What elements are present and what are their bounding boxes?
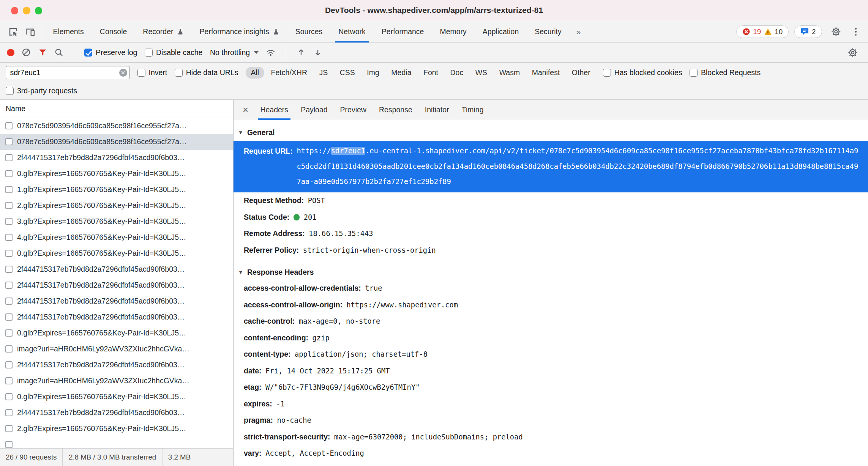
settings-button[interactable]: [828, 24, 845, 40]
issues-badge[interactable]: 2: [794, 25, 822, 38]
filter-input[interactable]: [6, 66, 130, 79]
header-value: Accept, Accept-Encoding: [265, 445, 364, 462]
detail-tabbar: × Headers Payload Preview: [234, 100, 868, 120]
export-har-button[interactable]: [313, 48, 322, 57]
checkbox-unchecked-icon: [6, 87, 14, 95]
header-name: Referrer Policy:: [244, 242, 299, 259]
resource-type-pill[interactable]: Img: [362, 67, 385, 79]
inspect-element-button[interactable]: [5, 24, 22, 40]
filter-toggle-button[interactable]: [38, 48, 47, 57]
request-row[interactable]: 2f444715317eb7b9d8d2a7296dfbf45acd90f6b0…: [0, 357, 233, 373]
header-value: max-age=63072000; includeSubDomains; pre…: [334, 429, 523, 446]
request-row[interactable]: 2f444715317eb7b9d8d2a7296dfbf45acd90f6b0…: [0, 150, 233, 166]
request-row[interactable]: 0.glb?Expires=1665760765&Key-Pair-Id=K30…: [0, 166, 233, 182]
request-name: 2f444715317eb7b9d8d2a7296dfbf45acd90f6b0…: [17, 361, 185, 369]
close-details-button[interactable]: ×: [237, 104, 254, 115]
titlebar: DevTools - www.shapediver.com/app/m/arrs…: [0, 0, 868, 21]
resource-type-pill[interactable]: CSS: [335, 67, 360, 79]
request-row[interactable]: 2.glb?Expires=1665760765&Key-Pair-Id=K30…: [0, 421, 233, 437]
header-row: content-type: application/json; charset=…: [234, 346, 868, 363]
header-name: access-control-allow-origin:: [244, 297, 342, 313]
devtools-tab[interactable]: Recorder: [135, 21, 191, 43]
request-url-row[interactable]: Request URL: https://sdr7euc1.eu-central…: [234, 141, 868, 193]
resource-type-pill[interactable]: Media: [386, 67, 417, 79]
preserve-log-checkbox[interactable]: Preserve log: [84, 48, 137, 57]
network-conditions-button[interactable]: [266, 48, 276, 57]
errors-warnings-badge[interactable]: 19 10: [736, 25, 789, 38]
general-section-header[interactable]: ▼ General: [234, 125, 868, 141]
header-row: vary: Accept, Accept-Encoding: [234, 445, 868, 462]
detail-tab[interactable]: Response: [372, 100, 418, 120]
hide-data-urls-checkbox[interactable]: Hide data URLs: [175, 68, 238, 77]
network-settings-button[interactable]: [844, 44, 861, 60]
resource-type-pill[interactable]: JS: [314, 67, 333, 79]
devtools-tab[interactable]: Security: [527, 21, 569, 43]
resource-type-pill[interactable]: Other: [567, 67, 595, 79]
detail-tab[interactable]: Payload: [295, 100, 334, 120]
detail-tab[interactable]: Preview: [334, 100, 372, 120]
request-row[interactable]: 0.glb?Expires=1665760765&Key-Pair-Id=K30…: [0, 389, 233, 405]
devtools-tab[interactable]: Console: [92, 21, 135, 43]
third-party-checkbox[interactable]: 3rd-party requests: [6, 87, 77, 95]
request-row[interactable]: 0.glb?Expires=1665760765&Key-Pair-Id=K30…: [0, 325, 233, 341]
checkbox-unchecked-icon: [145, 49, 153, 57]
header-value: W/"6b7c-7Fl3N9qG9/j4g6XOcwB2y6TMInY": [265, 379, 420, 396]
invert-checkbox[interactable]: Invert: [137, 68, 167, 77]
devtools-tab[interactable]: Network: [330, 21, 374, 43]
clear-button[interactable]: [22, 48, 31, 57]
resource-type-pill[interactable]: Wasm: [494, 67, 525, 79]
minimize-window-button[interactable]: [23, 7, 30, 14]
request-row[interactable]: image?url=aHR0cHM6Ly92aWV3ZXIuc2hhcGVka…: [0, 373, 233, 389]
record-button[interactable]: [7, 49, 14, 57]
search-button[interactable]: [54, 48, 63, 57]
detail-tab[interactable]: Timing: [455, 100, 490, 120]
request-row[interactable]: 2f444715317eb7b9d8d2a7296dfbf45acd90f6b0…: [0, 293, 233, 309]
devtools-tab[interactable]: Performance: [374, 21, 432, 43]
devtools-tab[interactable]: Sources: [287, 21, 331, 43]
header-row: Status Code: 201: [234, 209, 868, 226]
zoom-window-button[interactable]: [35, 7, 43, 14]
close-window-button[interactable]: [11, 7, 19, 14]
request-row[interactable]: 2.glb?Expires=1665760765&Key-Pair-Id=K30…: [0, 198, 233, 214]
request-list-panel: Name 078e7c5d903954d6c609ca85ce98f16ce95…: [0, 100, 234, 466]
file-icon: [5, 250, 13, 257]
request-row[interactable]: 2f444715317eb7b9d8d2a7296dfbf45acd90f6b0…: [0, 261, 233, 277]
resource-type-pill[interactable]: WS: [470, 67, 492, 79]
detail-tab[interactable]: Initiator: [418, 100, 455, 120]
resource-type-pill[interactable]: Manifest: [527, 67, 565, 79]
request-row[interactable]: 3.glb?Expires=1665760765&Key-Pair-Id=K30…: [0, 214, 233, 230]
request-row[interactable]: image?url=aHR0cHM6Ly92aWV3ZXIuc2hhcGVka…: [0, 341, 233, 357]
divider: [42, 27, 43, 37]
resource-type-pill[interactable]: Font: [418, 67, 443, 79]
resource-type-pill[interactable]: All: [246, 67, 264, 79]
devtools-tab[interactable]: Elements: [45, 21, 92, 43]
detail-tab[interactable]: Headers: [254, 100, 295, 120]
tab-label: Console: [100, 27, 127, 36]
throttling-select[interactable]: No throttling: [210, 48, 259, 57]
disable-cache-checkbox[interactable]: Disable cache: [145, 48, 202, 57]
request-row[interactable]: 0.glb?Expires=1665760765&Key-Pair-Id=K30…: [0, 246, 233, 261]
file-icon: [5, 329, 13, 337]
request-row[interactable]: 2f444715317eb7b9d8d2a7296dfbf45acd90f6b0…: [0, 277, 233, 293]
name-column-header[interactable]: Name: [0, 100, 233, 118]
clear-filter-icon[interactable]: ✕: [119, 69, 127, 77]
devtools-tab[interactable]: Performance insights: [192, 21, 287, 43]
resource-type-pill[interactable]: Doc: [445, 67, 469, 79]
import-har-button[interactable]: [297, 48, 306, 57]
more-tabs-button[interactable]: »: [570, 27, 588, 36]
has-blocked-cookies-checkbox[interactable]: Has blocked cookies: [603, 68, 682, 77]
request-row[interactable]: 2f444715317eb7b9d8d2a7296dfbf45acd90f6b0…: [0, 405, 233, 421]
devtools-tab[interactable]: Memory: [432, 21, 474, 43]
device-toolbar-button[interactable]: [22, 24, 39, 40]
request-row[interactable]: 078e7c5d903954d6c609ca85ce98f16ce955cf27…: [0, 134, 233, 150]
resource-type-pill[interactable]: Fetch/XHR: [266, 67, 312, 79]
request-row[interactable]: 1.glb?Expires=1665760765&Key-Pair-Id=K30…: [0, 182, 233, 198]
response-headers-section-header[interactable]: ▼ Response Headers: [234, 264, 868, 280]
devtools-tab[interactable]: Application: [475, 21, 527, 43]
request-row[interactable]: [0, 437, 233, 448]
blocked-requests-checkbox[interactable]: Blocked Requests: [690, 68, 761, 77]
kebab-menu-button[interactable]: [851, 28, 862, 36]
request-row[interactable]: 078e7c5d903954d6c609ca85ce98f16ce955cf27…: [0, 118, 233, 134]
request-row[interactable]: 4.glb?Expires=1665760765&Key-Pair-Id=K30…: [0, 230, 233, 246]
request-row[interactable]: 2f444715317eb7b9d8d2a7296dfbf45acd90f6b0…: [0, 309, 233, 325]
